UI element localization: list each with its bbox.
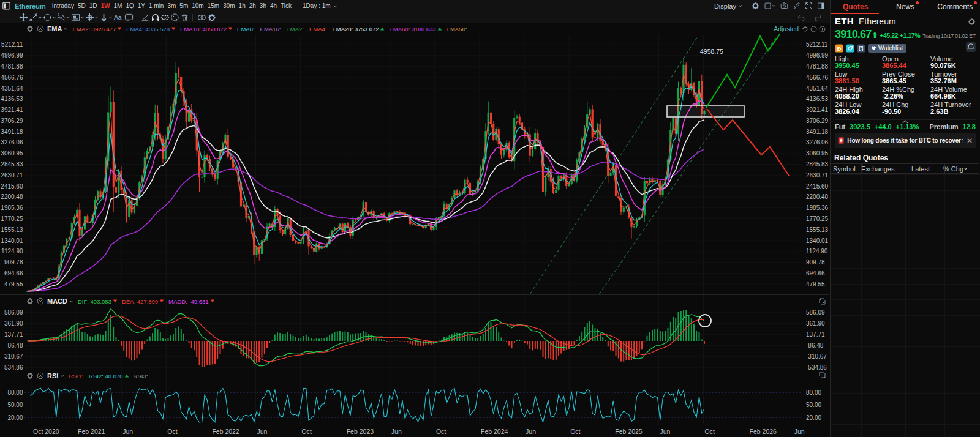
svg-text:Oct 2020: Oct 2020 — [33, 428, 59, 435]
svg-text:694.66: 694.66 — [4, 270, 23, 277]
svg-text:361.90: 361.90 — [806, 320, 825, 327]
svg-text:Jun: Jun — [391, 428, 402, 435]
svg-text:Feb 2021: Feb 2021 — [78, 428, 105, 435]
svg-text:Jun: Jun — [257, 428, 268, 435]
svg-text:3276.06: 3276.06 — [1, 139, 23, 146]
svg-text:50.00: 50.00 — [806, 402, 821, 408]
svg-text:2630.71: 2630.71 — [1, 172, 23, 179]
svg-text:2415.60: 2415.60 — [806, 183, 829, 190]
svg-text:4351.64: 4351.64 — [1, 85, 23, 92]
svg-text:3276.06: 3276.06 — [806, 139, 829, 146]
svg-text:3706.29: 3706.29 — [1, 118, 23, 124]
svg-text:694.66: 694.66 — [806, 270, 825, 277]
svg-text:Oct: Oct — [705, 428, 715, 435]
svg-text:4136.53: 4136.53 — [1, 95, 23, 102]
svg-text:4136.53: 4136.53 — [806, 95, 829, 102]
svg-text:Feb 2024: Feb 2024 — [481, 428, 508, 435]
svg-text:4996.99: 4996.99 — [1, 52, 23, 59]
svg-text:20.00: 20.00 — [7, 414, 23, 421]
svg-text:5212.11: 5212.11 — [806, 41, 828, 48]
svg-text:4781.88: 4781.88 — [806, 63, 829, 70]
svg-text:3491.18: 3491.18 — [1, 129, 23, 135]
svg-text:Jun: Jun — [660, 428, 670, 435]
svg-text:Oct: Oct — [570, 428, 580, 435]
svg-text:-534.86: -534.86 — [806, 364, 827, 371]
svg-text:361.90: 361.90 — [4, 320, 23, 327]
svg-text:137.71: 137.71 — [4, 331, 23, 338]
svg-text:2845.83: 2845.83 — [806, 161, 829, 168]
svg-text:Feb 2025: Feb 2025 — [615, 428, 643, 435]
svg-text:4958.75: 4958.75 — [700, 48, 723, 55]
svg-text:5: 5 — [62, 19, 64, 22]
svg-text:4351.64: 4351.64 — [806, 85, 829, 92]
svg-text:3921.41: 3921.41 — [806, 106, 829, 113]
svg-text:Jun: Jun — [123, 428, 133, 435]
svg-text:3060.95: 3060.95 — [1, 150, 23, 157]
svg-text:2415.60: 2415.60 — [1, 183, 23, 190]
svg-text:50.00: 50.00 — [7, 402, 23, 408]
svg-text:Feb 2026: Feb 2026 — [750, 428, 777, 435]
svg-text:3706.29: 3706.29 — [806, 118, 829, 124]
svg-text:1340.01: 1340.01 — [806, 237, 829, 244]
svg-text:1340.01: 1340.01 — [1, 237, 23, 244]
svg-text:-86.48: -86.48 — [6, 342, 23, 349]
svg-text:2200.48: 2200.48 — [1, 193, 23, 200]
svg-text:3060.95: 3060.95 — [806, 150, 829, 157]
svg-text:3921.41: 3921.41 — [1, 106, 23, 113]
svg-text:4566.76: 4566.76 — [806, 74, 829, 81]
svg-text:586.09: 586.09 — [4, 309, 23, 316]
svg-text:1985.36: 1985.36 — [1, 204, 23, 211]
svg-text:3: 3 — [57, 13, 59, 17]
svg-text:Feb 2022: Feb 2022 — [212, 428, 239, 435]
svg-text:479.55: 479.55 — [4, 281, 23, 288]
svg-text:137.71: 137.71 — [806, 331, 825, 338]
svg-text:1770.25: 1770.25 — [1, 215, 23, 222]
svg-text:909.78: 909.78 — [4, 259, 23, 266]
svg-text:586.09: 586.09 — [806, 309, 825, 316]
svg-text:80.00: 80.00 — [806, 389, 821, 396]
svg-text:Đ: Đ — [837, 45, 842, 51]
svg-text:Aa: Aa — [114, 14, 122, 21]
svg-text:-534.86: -534.86 — [2, 364, 23, 371]
svg-text:909.78: 909.78 — [806, 259, 825, 266]
svg-text:1770.25: 1770.25 — [806, 215, 829, 222]
svg-text:5212.11: 5212.11 — [1, 41, 23, 48]
svg-text:2200.48: 2200.48 — [806, 193, 829, 200]
svg-text:20.00: 20.00 — [806, 414, 821, 421]
svg-text:Jun: Jun — [794, 428, 805, 435]
svg-text:479.55: 479.55 — [806, 281, 825, 288]
svg-text:80.00: 80.00 — [7, 389, 23, 396]
svg-text:Oct: Oct — [436, 428, 446, 435]
svg-text:1555.13: 1555.13 — [1, 226, 23, 233]
svg-text:4566.76: 4566.76 — [1, 74, 23, 81]
svg-text:-86.48: -86.48 — [806, 342, 824, 349]
svg-text:Oct: Oct — [302, 428, 312, 435]
svg-text:-310.67: -310.67 — [2, 353, 23, 360]
svg-text:2845.83: 2845.83 — [1, 161, 23, 168]
svg-text:Jun: Jun — [526, 428, 536, 435]
svg-text:2630.71: 2630.71 — [806, 172, 829, 179]
svg-text:1124.90: 1124.90 — [806, 248, 828, 255]
svg-text:3491.18: 3491.18 — [806, 129, 829, 135]
svg-text:4781.88: 4781.88 — [1, 63, 23, 70]
svg-text:4996.99: 4996.99 — [806, 52, 829, 59]
svg-text:Feb 2023: Feb 2023 — [347, 428, 374, 435]
svg-text:-310.67: -310.67 — [806, 353, 827, 360]
svg-text:1555.13: 1555.13 — [806, 226, 829, 233]
svg-text:1124.90: 1124.90 — [1, 248, 23, 255]
svg-text:1985.36: 1985.36 — [806, 204, 829, 211]
svg-text:Oct: Oct — [167, 428, 177, 435]
